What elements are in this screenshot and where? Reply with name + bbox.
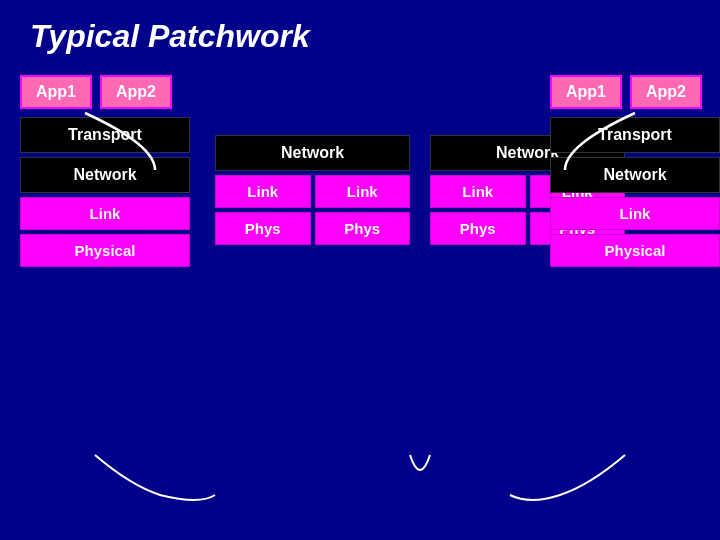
left-app-row: App1 App2 bbox=[20, 75, 190, 109]
far-right-app-row: App1 App2 bbox=[550, 75, 720, 109]
left-link: Link bbox=[20, 197, 190, 230]
far-right-app1: App1 bbox=[550, 75, 622, 109]
left-physical: Physical bbox=[20, 234, 190, 267]
middle-link1: Link bbox=[215, 175, 311, 208]
far-right-physical: Physical bbox=[550, 234, 720, 267]
middle-phys2: Phys bbox=[315, 212, 411, 245]
middle-phys-row: Phys Phys bbox=[215, 212, 410, 245]
left-system: App1 App2 Transport Network Link Physica… bbox=[20, 75, 190, 267]
far-right-transport: Transport bbox=[550, 117, 720, 153]
left-transport: Transport bbox=[20, 117, 190, 153]
far-right-link: Link bbox=[550, 197, 720, 230]
middle-link2: Link bbox=[315, 175, 411, 208]
left-network: Network bbox=[20, 157, 190, 193]
right-link1: Link bbox=[430, 175, 526, 208]
far-right-system: App1 App2 Transport Network Link Physica… bbox=[550, 75, 720, 267]
left-app2: App2 bbox=[100, 75, 172, 109]
right-phys1: Phys bbox=[430, 212, 526, 245]
middle-network: Network bbox=[215, 135, 410, 171]
far-right-app2: App2 bbox=[630, 75, 702, 109]
middle-link-row: Link Link bbox=[215, 175, 410, 208]
far-right-network: Network bbox=[550, 157, 720, 193]
page-title: Typical Patchwork bbox=[0, 0, 720, 65]
left-app1: App1 bbox=[20, 75, 92, 109]
middle-system: Network Link Link Phys Phys bbox=[215, 135, 410, 245]
middle-phys1: Phys bbox=[215, 212, 311, 245]
